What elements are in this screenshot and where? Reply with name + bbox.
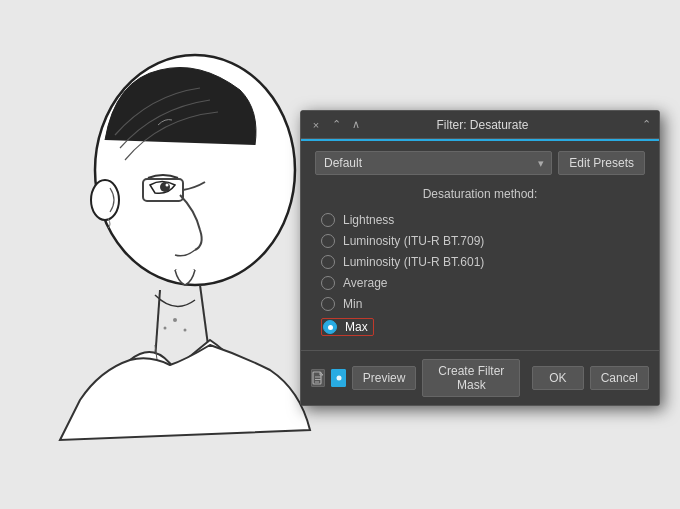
- radio-circle-max: [323, 320, 337, 334]
- svg-point-8: [164, 327, 167, 330]
- dialog-titlebar: × ⌃ ∧ Filter: Desaturate ⌃: [301, 111, 659, 139]
- create-filter-mask-button[interactable]: Create Filter Mask: [422, 359, 520, 397]
- edit-presets-button[interactable]: Edit Presets: [558, 151, 645, 175]
- preset-row: Default Edit Presets: [315, 151, 645, 175]
- ok-button[interactable]: OK: [532, 366, 583, 390]
- max-highlight-box: Max: [321, 318, 374, 336]
- dialog-footer: Preview Create Filter Mask OK Cancel: [301, 350, 659, 405]
- svg-point-6: [173, 318, 177, 322]
- radio-circle-luminosity-601: [321, 255, 335, 269]
- preview-button[interactable]: Preview: [352, 366, 417, 390]
- desaturation-method-label: Desaturation method:: [315, 187, 645, 201]
- radio-label-average: Average: [343, 276, 387, 290]
- svg-point-2: [91, 180, 119, 220]
- radio-circle-luminosity-709: [321, 234, 335, 248]
- document-icon[interactable]: [311, 369, 325, 387]
- preset-dropdown-wrapper: Default: [315, 151, 552, 175]
- radio-min[interactable]: Min: [321, 297, 639, 311]
- radio-label-max: Max: [345, 320, 368, 334]
- radio-label-lightness: Lightness: [343, 213, 394, 227]
- filter-desaturate-dialog: × ⌃ ∧ Filter: Desaturate ⌃ Default Edit …: [300, 110, 660, 406]
- svg-point-14: [336, 376, 341, 381]
- desaturation-radio-group: Lightness Luminosity (ITU-R BT.709) Lumi…: [315, 209, 645, 340]
- radio-label-luminosity-601: Luminosity (ITU-R BT.601): [343, 255, 484, 269]
- dialog-title: Filter: Desaturate: [329, 118, 636, 132]
- close-button[interactable]: ×: [309, 118, 323, 132]
- preview-icon[interactable]: [331, 369, 345, 387]
- cancel-button[interactable]: Cancel: [590, 366, 649, 390]
- dialog-body: Default Edit Presets Desaturation method…: [301, 141, 659, 350]
- svg-point-4: [166, 184, 169, 187]
- svg-point-7: [184, 329, 187, 332]
- collapse-button[interactable]: ⌃: [642, 118, 651, 131]
- radio-circle-lightness: [321, 213, 335, 227]
- radio-luminosity-601[interactable]: Luminosity (ITU-R BT.601): [321, 255, 639, 269]
- radio-average[interactable]: Average: [321, 276, 639, 290]
- radio-max[interactable]: Max: [321, 318, 639, 336]
- svg-point-3: [160, 182, 170, 192]
- radio-luminosity-709[interactable]: Luminosity (ITU-R BT.709): [321, 234, 639, 248]
- radio-label-min: Min: [343, 297, 362, 311]
- radio-circle-min: [321, 297, 335, 311]
- radio-lightness[interactable]: Lightness: [321, 213, 639, 227]
- radio-label-luminosity-709: Luminosity (ITU-R BT.709): [343, 234, 484, 248]
- radio-circle-average: [321, 276, 335, 290]
- preset-dropdown[interactable]: Default: [315, 151, 552, 175]
